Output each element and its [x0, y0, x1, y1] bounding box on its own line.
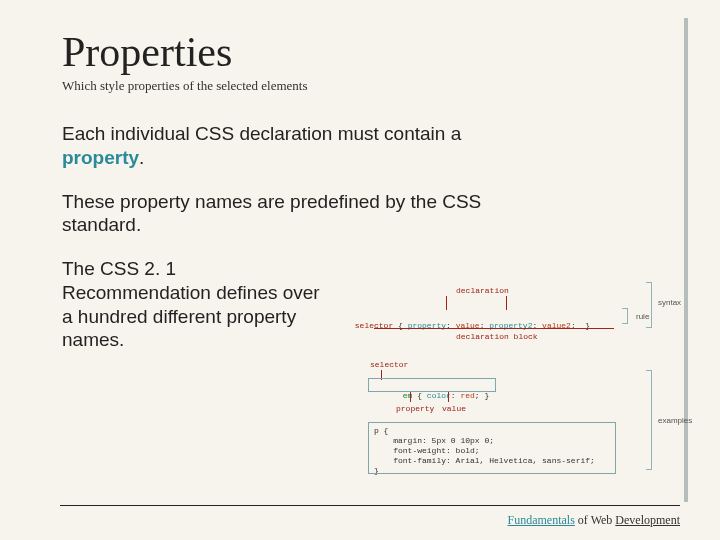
slide-title: Properties	[62, 28, 670, 76]
example1-colon: :	[451, 391, 461, 400]
label-declaration-block: declaration block	[456, 332, 538, 341]
paragraph-1-accent: property	[62, 147, 139, 168]
paragraph-1-text: Each individual CSS declaration must con…	[62, 123, 461, 144]
paragraph-1: Each individual CSS declaration must con…	[62, 122, 482, 170]
label-declaration: declaration	[456, 286, 509, 295]
css-syntax-diagram: declaration selector { property: value; …	[326, 286, 696, 496]
label-property-small: property	[396, 404, 434, 413]
paragraph-2: These property names are predefined by t…	[62, 190, 482, 238]
label-examples: examples	[658, 416, 692, 425]
example1-close: ; }	[475, 391, 489, 400]
underline-declaration-block	[374, 328, 614, 329]
bracket-rule	[622, 308, 628, 324]
connector-line	[448, 392, 449, 402]
paragraph-3: The CSS 2. 1 Recommendation defines over…	[62, 257, 322, 352]
label-syntax: syntax	[658, 298, 681, 307]
slide-subtitle: Which style properties of the selected e…	[62, 78, 670, 94]
code-outline-box	[368, 378, 496, 392]
slide: Properties Which style properties of the…	[0, 0, 720, 540]
connector-line	[446, 296, 447, 310]
footer-of: of Web	[575, 513, 615, 527]
label-selector-small: selector	[370, 360, 408, 369]
connector-line	[410, 392, 411, 402]
example1-val: red	[460, 391, 474, 400]
code-outline-box	[368, 422, 616, 474]
footer-fundamentals: Fundamentals	[508, 513, 575, 527]
paragraph-1-tail: .	[139, 147, 144, 168]
footer-rule	[60, 505, 680, 506]
bracket-syntax	[646, 282, 652, 328]
footer-development: Development	[615, 513, 680, 527]
bracket-examples	[646, 370, 652, 470]
label-value-small: value	[442, 404, 466, 413]
footer-text: Fundamentals of Web Development	[508, 513, 680, 528]
example1-open: {	[412, 391, 426, 400]
connector-line	[506, 296, 507, 310]
